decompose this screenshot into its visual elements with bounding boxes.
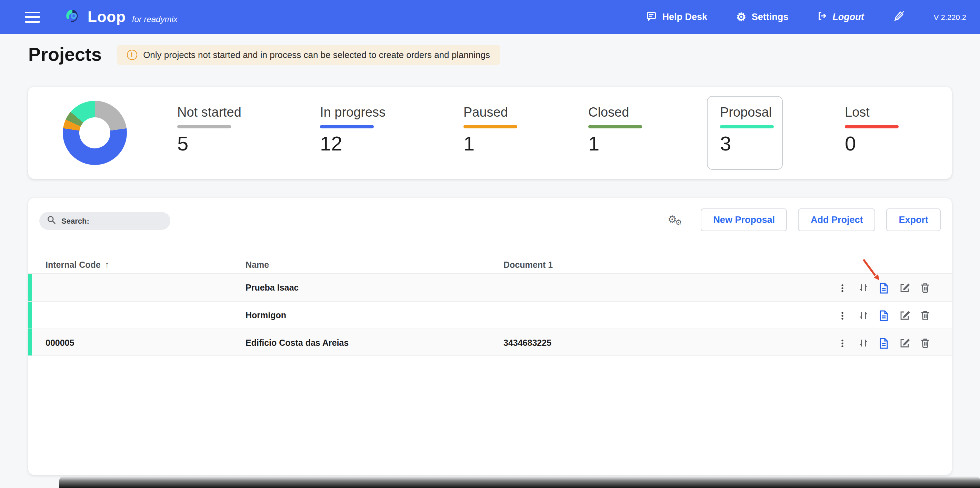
cell-internal-code: 000005 bbox=[46, 329, 74, 357]
table-body: Prueba Isaac bbox=[28, 273, 952, 356]
donut-hole bbox=[79, 117, 110, 148]
row-actions bbox=[837, 274, 931, 301]
column-header-internal-code[interactable]: Internal Code ↑ bbox=[46, 256, 109, 274]
brand-logo: Loop for readymix bbox=[64, 6, 178, 27]
document-icon[interactable] bbox=[878, 309, 890, 321]
kebab-menu-icon[interactable] bbox=[837, 337, 848, 349]
logout-button[interactable]: Logout bbox=[817, 11, 864, 23]
status-donut-chart bbox=[63, 101, 127, 165]
stat-label: Paused bbox=[463, 105, 517, 120]
stat-label: Lost bbox=[845, 105, 899, 120]
stat-value: 3 bbox=[720, 133, 774, 154]
app-version: V 2.220.2 bbox=[934, 13, 966, 21]
status-summary-card: Not started 5 In progress 12 Paused 1 Cl… bbox=[28, 87, 952, 179]
stat-underline bbox=[845, 125, 899, 128]
status-accent-bar bbox=[28, 274, 32, 301]
trash-icon[interactable] bbox=[919, 337, 931, 349]
status-accent-bar bbox=[28, 329, 32, 356]
table-header-row: Internal Code ↑ Name Document 1 bbox=[28, 256, 952, 274]
page-title: Projects bbox=[28, 44, 102, 65]
stat-proposal: Proposal 3 bbox=[720, 105, 774, 154]
kebab-menu-icon[interactable] bbox=[837, 282, 848, 294]
search-icon bbox=[47, 215, 56, 227]
help-desk-icon bbox=[647, 11, 657, 23]
stat-underline bbox=[177, 125, 231, 128]
stat-label: Closed bbox=[588, 105, 642, 120]
document-icon[interactable] bbox=[878, 337, 890, 349]
trash-icon[interactable] bbox=[919, 282, 931, 294]
stat-label: Not started bbox=[177, 105, 241, 120]
cell-name: Hormigon bbox=[245, 301, 286, 329]
stat-underline bbox=[463, 125, 517, 128]
edit-icon[interactable] bbox=[899, 309, 910, 321]
settings-button[interactable]: ⚙ Settings bbox=[736, 11, 788, 22]
stat-proposal-selected[interactable]: Proposal 3 bbox=[707, 96, 783, 170]
stat-value: 1 bbox=[463, 133, 517, 154]
table-row[interactable]: 000005 Edificio Costa das Areias 3434683… bbox=[28, 329, 952, 356]
app-root: Loop for readymix Help Desk ⚙ Settings bbox=[0, 0, 980, 488]
export-button[interactable]: Export bbox=[886, 209, 941, 231]
column-header-document1[interactable]: Document 1 bbox=[503, 256, 553, 274]
table-row[interactable]: Hormigon bbox=[28, 301, 952, 329]
stat-label: Proposal bbox=[720, 105, 774, 120]
brush-icon bbox=[893, 10, 905, 24]
gear-icon: ⚙ bbox=[736, 11, 746, 22]
sort-asc-icon[interactable]: ↑ bbox=[105, 256, 109, 274]
row-actions bbox=[837, 329, 931, 357]
kebab-menu-icon[interactable] bbox=[837, 309, 848, 321]
row-actions bbox=[837, 301, 931, 329]
stat-in-progress[interactable]: In progress 12 bbox=[320, 105, 385, 154]
stat-underline bbox=[720, 125, 774, 128]
document-icon[interactable] bbox=[878, 282, 890, 294]
search-box[interactable] bbox=[39, 212, 170, 230]
help-desk-button[interactable]: Help Desk bbox=[647, 11, 708, 23]
stat-label: In progress bbox=[320, 105, 385, 120]
cell-name: Prueba Isaac bbox=[245, 274, 299, 301]
stat-lost[interactable]: Lost 0 bbox=[845, 105, 899, 154]
stat-not-started[interactable]: Not started 5 bbox=[177, 105, 241, 154]
page-header: Projects ! Only projects not started and… bbox=[28, 44, 500, 65]
column-label: Internal Code bbox=[46, 256, 101, 274]
help-desk-label: Help Desk bbox=[662, 12, 708, 22]
add-project-button[interactable]: Add Project bbox=[798, 209, 875, 231]
stat-value: 12 bbox=[320, 133, 385, 154]
notice-banner: ! Only projects not started and in proce… bbox=[117, 45, 500, 65]
table-action-buttons: New Proposal Add Project Export bbox=[701, 209, 941, 231]
edit-icon[interactable] bbox=[899, 282, 910, 294]
table-settings-icon[interactable]: ⚙⚙ bbox=[668, 215, 686, 230]
logout-icon bbox=[817, 11, 827, 23]
new-proposal-button[interactable]: New Proposal bbox=[701, 209, 787, 231]
projects-table-card: ⚙⚙ New Proposal Add Project Export Inter… bbox=[28, 198, 952, 475]
stat-underline bbox=[320, 125, 374, 128]
status-accent-bar bbox=[28, 301, 32, 329]
loop-logo-icon bbox=[64, 6, 81, 27]
search-input[interactable] bbox=[61, 217, 158, 225]
alert-circle-icon: ! bbox=[127, 50, 137, 60]
column-header-name[interactable]: Name bbox=[245, 256, 269, 274]
planning-icon[interactable] bbox=[857, 309, 869, 321]
stat-paused[interactable]: Paused 1 bbox=[463, 105, 517, 154]
settings-label: Settings bbox=[752, 12, 789, 22]
trash-icon[interactable] bbox=[919, 309, 931, 321]
stat-value: 0 bbox=[845, 133, 899, 154]
hamburger-menu-icon[interactable] bbox=[25, 11, 40, 22]
theme-brush-button[interactable] bbox=[893, 10, 905, 24]
navbar-actions: Help Desk ⚙ Settings Logout bbox=[647, 10, 980, 24]
brand-tagline: for readymix bbox=[132, 14, 178, 24]
logout-label: Logout bbox=[832, 12, 864, 22]
planning-icon[interactable] bbox=[857, 282, 869, 294]
stat-value: 1 bbox=[588, 133, 642, 154]
stat-underline bbox=[588, 125, 642, 128]
stat-closed[interactable]: Closed 1 bbox=[588, 105, 642, 154]
stat-value: 5 bbox=[177, 133, 241, 154]
planning-icon[interactable] bbox=[857, 337, 869, 349]
cell-name: Edificio Costa das Areias bbox=[245, 329, 348, 357]
notice-text: Only projects not started and in process… bbox=[143, 50, 490, 60]
bottom-window-shadow bbox=[59, 476, 980, 488]
top-navbar: Loop for readymix Help Desk ⚙ Settings bbox=[0, 0, 980, 34]
table-row[interactable]: Prueba Isaac bbox=[28, 273, 952, 301]
edit-icon[interactable] bbox=[899, 337, 910, 349]
brand-name: Loop bbox=[88, 8, 126, 26]
cell-document1: 3434683225 bbox=[503, 329, 551, 357]
